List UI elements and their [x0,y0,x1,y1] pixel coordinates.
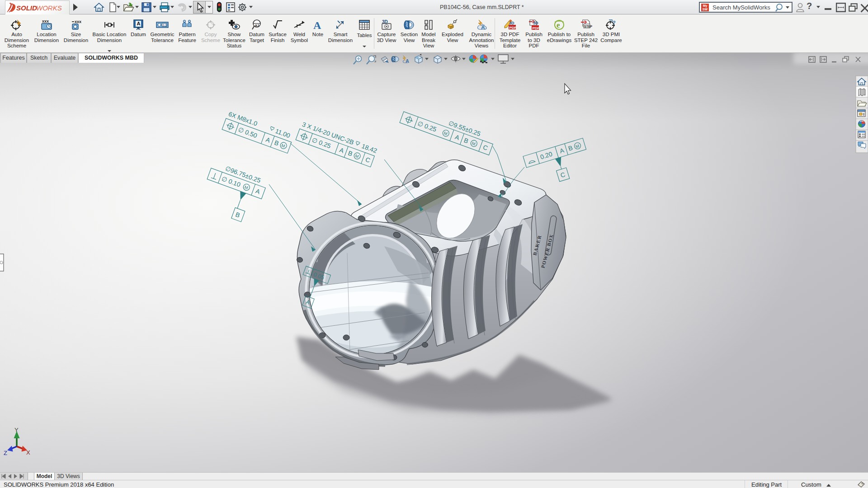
svg-text:M: M [575,143,580,149]
svg-text:e: e [557,21,560,29]
svg-text:?: ? [613,20,616,25]
svg-text:WORKS: WORKS [36,4,62,12]
svg-text:SOLID: SOLID [16,4,37,12]
svg-text:∅ 0.25: ∅ 0.25 [417,120,438,133]
svg-text:C: C [482,143,489,151]
svg-text:∅ 0.50: ∅ 0.50 [237,126,258,139]
svg-text:Y: Y [14,427,19,433]
svg-text:A: A [255,187,261,195]
svg-text:A: A [559,146,565,155]
svg-text:B: B [274,139,280,147]
svg-text:A: A [339,146,345,155]
svg-text:xxx: xxx [75,19,81,24]
svg-text:PDF: PDF [533,26,540,30]
svg-text:0.3: 0.3 [163,23,167,27]
svg-text:∅ 0.25: ∅ 0.25 [311,136,332,150]
svg-text:xxx: xxx [42,19,49,23]
svg-text:B: B [463,136,469,145]
svg-text:0.20: 0.20 [539,150,553,160]
svg-text:∅ 0.10: ∅ 0.10 [221,175,241,188]
svg-text:3D: 3D [533,21,538,25]
svg-text:3D: 3D [509,21,514,25]
svg-text:X: X [26,449,30,456]
svg-text:11.00: 11.00 [274,127,292,140]
svg-text:C: C [364,155,371,164]
svg-text:A: A [313,19,321,31]
svg-text:Z: Z [4,450,7,456]
svg-text:STEP: STEP [584,25,592,28]
svg-text:B: B [567,144,574,152]
svg-text:A: A [454,133,461,141]
svg-text:B: B [347,149,354,157]
svg-text:A: A [481,24,485,31]
svg-text:∅9.55±0.25: ∅9.55±0.25 [448,119,482,138]
svg-text:PDF: PDF [509,26,517,30]
svg-text:18.42: 18.42 [361,142,378,155]
svg-text:A: A [137,21,141,26]
svg-text:A: A [265,136,272,144]
svg-text:B: B [235,211,241,219]
svg-text:C: C [560,171,566,179]
svg-text:A1: A1 [255,23,260,28]
